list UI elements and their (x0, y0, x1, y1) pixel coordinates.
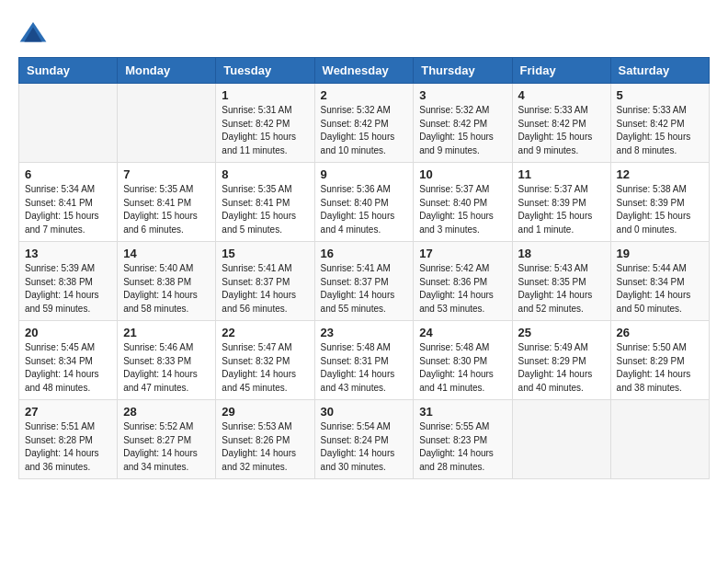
calendar-cell: 16Sunrise: 5:41 AM Sunset: 8:37 PM Dayli… (314, 242, 414, 321)
day-number: 2 (321, 88, 408, 102)
weekday-header: Thursday (414, 58, 512, 84)
day-number: 11 (518, 167, 605, 181)
calendar-cell: 29Sunrise: 5:53 AM Sunset: 8:26 PM Dayli… (216, 400, 314, 479)
day-info: Sunrise: 5:41 AM Sunset: 8:37 PM Dayligh… (222, 262, 308, 316)
weekday-header: Sunday (19, 58, 118, 84)
day-info: Sunrise: 5:38 AM Sunset: 8:39 PM Dayligh… (617, 183, 703, 236)
weekday-header: Tuesday (216, 58, 314, 84)
day-number: 10 (419, 167, 506, 181)
calendar-cell: 17Sunrise: 5:42 AM Sunset: 8:36 PM Dayli… (414, 242, 512, 321)
day-number: 17 (419, 247, 506, 260)
day-number: 13 (25, 247, 111, 260)
calendar-cell: 31Sunrise: 5:55 AM Sunset: 8:23 PM Dayli… (414, 400, 512, 479)
day-number: 23 (321, 326, 408, 339)
calendar-cell: 15Sunrise: 5:41 AM Sunset: 8:37 PM Dayli… (216, 242, 314, 321)
logo-icon (18, 18, 48, 48)
calendar-cell: 11Sunrise: 5:37 AM Sunset: 8:39 PM Dayli… (512, 163, 610, 242)
weekday-header: Saturday (610, 58, 709, 84)
day-number: 8 (222, 167, 308, 181)
day-info: Sunrise: 5:48 AM Sunset: 8:31 PM Dayligh… (321, 341, 408, 395)
calendar-cell: 22Sunrise: 5:47 AM Sunset: 8:32 PM Dayli… (216, 321, 314, 400)
day-info: Sunrise: 5:45 AM Sunset: 8:34 PM Dayligh… (25, 341, 111, 395)
calendar-cell: 26Sunrise: 5:50 AM Sunset: 8:29 PM Dayli… (610, 321, 709, 400)
day-info: Sunrise: 5:44 AM Sunset: 8:34 PM Dayligh… (617, 262, 703, 316)
day-number: 28 (123, 405, 210, 419)
day-number: 19 (617, 247, 703, 260)
day-info: Sunrise: 5:46 AM Sunset: 8:33 PM Dayligh… (123, 341, 210, 395)
calendar-cell: 8Sunrise: 5:35 AM Sunset: 8:41 PM Daylig… (216, 163, 314, 242)
calendar-cell: 14Sunrise: 5:40 AM Sunset: 8:38 PM Dayli… (118, 242, 216, 321)
day-number: 30 (321, 405, 408, 419)
day-number: 22 (222, 326, 308, 339)
calendar-cell: 5Sunrise: 5:33 AM Sunset: 8:42 PM Daylig… (610, 84, 709, 163)
day-number: 9 (321, 167, 408, 181)
day-number: 27 (25, 405, 111, 419)
day-number: 18 (518, 247, 605, 260)
day-info: Sunrise: 5:34 AM Sunset: 8:41 PM Dayligh… (25, 183, 111, 236)
day-info: Sunrise: 5:31 AM Sunset: 8:42 PM Dayligh… (222, 104, 308, 157)
day-info: Sunrise: 5:37 AM Sunset: 8:40 PM Dayligh… (419, 183, 506, 236)
day-info: Sunrise: 5:49 AM Sunset: 8:29 PM Dayligh… (518, 341, 605, 395)
day-info: Sunrise: 5:33 AM Sunset: 8:42 PM Dayligh… (617, 104, 703, 157)
day-info: Sunrise: 5:35 AM Sunset: 8:41 PM Dayligh… (222, 183, 308, 236)
day-info: Sunrise: 5:32 AM Sunset: 8:42 PM Dayligh… (419, 104, 506, 157)
day-info: Sunrise: 5:43 AM Sunset: 8:35 PM Dayligh… (518, 262, 605, 316)
day-number: 5 (617, 88, 703, 102)
day-number: 25 (518, 326, 605, 339)
calendar-cell: 28Sunrise: 5:52 AM Sunset: 8:27 PM Dayli… (118, 400, 216, 479)
day-number: 1 (222, 88, 308, 102)
day-info: Sunrise: 5:39 AM Sunset: 8:38 PM Dayligh… (25, 262, 111, 316)
day-info: Sunrise: 5:54 AM Sunset: 8:24 PM Dayligh… (321, 420, 408, 474)
calendar-week-row: 6Sunrise: 5:34 AM Sunset: 8:41 PM Daylig… (19, 163, 710, 242)
day-info: Sunrise: 5:35 AM Sunset: 8:41 PM Dayligh… (123, 183, 210, 236)
calendar-cell: 9Sunrise: 5:36 AM Sunset: 8:40 PM Daylig… (314, 163, 414, 242)
calendar-cell: 21Sunrise: 5:46 AM Sunset: 8:33 PM Dayli… (118, 321, 216, 400)
calendar-cell: 12Sunrise: 5:38 AM Sunset: 8:39 PM Dayli… (610, 163, 709, 242)
day-info: Sunrise: 5:55 AM Sunset: 8:23 PM Dayligh… (419, 420, 506, 474)
calendar-cell: 18Sunrise: 5:43 AM Sunset: 8:35 PM Dayli… (512, 242, 610, 321)
calendar-cell: 7Sunrise: 5:35 AM Sunset: 8:41 PM Daylig… (118, 163, 216, 242)
calendar-cell: 3Sunrise: 5:32 AM Sunset: 8:42 PM Daylig… (414, 84, 512, 163)
calendar-cell: 25Sunrise: 5:49 AM Sunset: 8:29 PM Dayli… (512, 321, 610, 400)
day-number: 3 (419, 88, 506, 102)
logo (18, 18, 51, 48)
calendar-week-row: 27Sunrise: 5:51 AM Sunset: 8:28 PM Dayli… (19, 400, 710, 479)
weekday-header: Wednesday (314, 58, 414, 84)
page-header (18, 18, 710, 48)
day-number: 21 (123, 326, 210, 339)
weekday-header: Monday (118, 58, 216, 84)
calendar-cell (610, 400, 709, 479)
day-number: 14 (123, 247, 210, 260)
day-number: 20 (25, 326, 111, 339)
calendar-week-row: 1Sunrise: 5:31 AM Sunset: 8:42 PM Daylig… (19, 84, 710, 163)
calendar-cell: 10Sunrise: 5:37 AM Sunset: 8:40 PM Dayli… (414, 163, 512, 242)
calendar-cell: 23Sunrise: 5:48 AM Sunset: 8:31 PM Dayli… (314, 321, 414, 400)
calendar-cell: 4Sunrise: 5:33 AM Sunset: 8:42 PM Daylig… (512, 84, 610, 163)
day-number: 24 (419, 326, 506, 339)
day-info: Sunrise: 5:40 AM Sunset: 8:38 PM Dayligh… (123, 262, 210, 316)
day-number: 12 (617, 167, 703, 181)
day-info: Sunrise: 5:50 AM Sunset: 8:29 PM Dayligh… (617, 341, 703, 395)
day-number: 4 (518, 88, 605, 102)
calendar-cell: 27Sunrise: 5:51 AM Sunset: 8:28 PM Dayli… (19, 400, 118, 479)
calendar-cell (118, 84, 216, 163)
day-info: Sunrise: 5:37 AM Sunset: 8:39 PM Dayligh… (518, 183, 605, 236)
day-number: 29 (222, 405, 308, 419)
calendar-cell: 6Sunrise: 5:34 AM Sunset: 8:41 PM Daylig… (19, 163, 118, 242)
calendar-header-row: SundayMondayTuesdayWednesdayThursdayFrid… (19, 58, 710, 84)
calendar-cell: 13Sunrise: 5:39 AM Sunset: 8:38 PM Dayli… (19, 242, 118, 321)
day-info: Sunrise: 5:32 AM Sunset: 8:42 PM Dayligh… (321, 104, 408, 157)
day-info: Sunrise: 5:51 AM Sunset: 8:28 PM Dayligh… (25, 420, 111, 474)
day-number: 16 (321, 247, 408, 260)
calendar-cell: 19Sunrise: 5:44 AM Sunset: 8:34 PM Dayli… (610, 242, 709, 321)
day-info: Sunrise: 5:52 AM Sunset: 8:27 PM Dayligh… (123, 420, 210, 474)
calendar-cell (19, 84, 118, 163)
calendar-week-row: 20Sunrise: 5:45 AM Sunset: 8:34 PM Dayli… (19, 321, 710, 400)
day-info: Sunrise: 5:53 AM Sunset: 8:26 PM Dayligh… (222, 420, 308, 474)
calendar-table: SundayMondayTuesdayWednesdayThursdayFrid… (18, 57, 710, 479)
day-info: Sunrise: 5:48 AM Sunset: 8:30 PM Dayligh… (419, 341, 506, 395)
calendar-cell: 2Sunrise: 5:32 AM Sunset: 8:42 PM Daylig… (314, 84, 414, 163)
calendar-cell (512, 400, 610, 479)
day-number: 31 (419, 405, 506, 419)
calendar-cell: 1Sunrise: 5:31 AM Sunset: 8:42 PM Daylig… (216, 84, 314, 163)
